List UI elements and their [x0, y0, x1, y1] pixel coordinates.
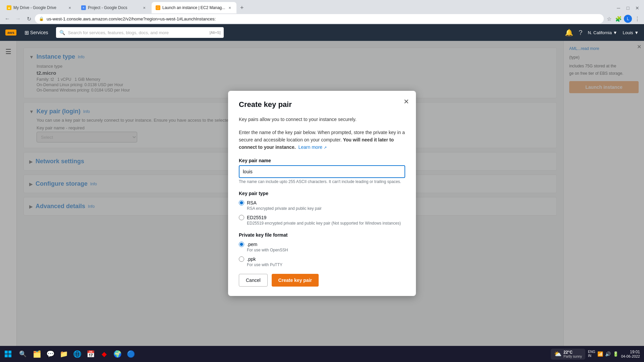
- learn-more-text: Learn more: [298, 144, 322, 150]
- svg-rect-3: [8, 354, 11, 357]
- tab-ec2[interactable]: ⬡ Launch an instance | EC2 Manag... ✕: [152, 2, 236, 13]
- address-bar-row: ← → ↻ 🔒 us-west-1.console.aws.amazon.com…: [0, 13, 644, 24]
- taskbar-search-button[interactable]: 🔍: [16, 347, 30, 361]
- address-bar[interactable]: 🔒 us-west-1.console.aws.amazon.com/ec2/v…: [35, 14, 604, 23]
- aws-logo-icon: aws: [5, 29, 16, 36]
- close-window-button[interactable]: ✕: [633, 4, 641, 12]
- modal-description-2: Enter the name of the key pair below. Wh…: [239, 129, 405, 151]
- search-shortcut: [Alt+S]: [210, 31, 221, 35]
- aws-nav: aws ⊞ Services 🔍 Search for services, fe…: [0, 24, 644, 41]
- services-button[interactable]: ⊞ Services: [22, 28, 51, 37]
- key-pair-name-field-label: Key pair name: [239, 158, 405, 163]
- ppk-desc: For use with PuTTY: [247, 262, 405, 267]
- modal-overlay: Create key pair ✕ Key pairs allow you to…: [0, 41, 644, 346]
- taskbar-teams[interactable]: 💬: [44, 348, 56, 360]
- modal-title: Create key pair: [239, 100, 405, 109]
- address-text: us-west-1.console.aws.amazon.com/ec2/v2/…: [47, 16, 600, 21]
- key-pair-type-label: Key pair type: [239, 191, 405, 196]
- help-icon[interactable]: ?: [579, 29, 582, 37]
- docs-tab-close[interactable]: ✕: [142, 5, 147, 10]
- region-selector[interactable]: N. California ▼: [588, 30, 617, 35]
- wifi-icon: 📶: [597, 351, 603, 357]
- bookmark-button[interactable]: ☆: [605, 15, 613, 23]
- ed25519-label[interactable]: ED25519: [247, 215, 266, 220]
- aws-logo[interactable]: aws: [5, 29, 16, 36]
- key-pair-name-hint: The name can include upto 255 ASCII char…: [239, 179, 405, 184]
- aws-search-bar[interactable]: 🔍 Search for services, features, blogs, …: [56, 27, 224, 38]
- pem-label[interactable]: .pem: [247, 242, 257, 247]
- ec2-favicon: ⬡: [156, 5, 160, 10]
- battery-icon: 🔋: [613, 351, 619, 357]
- extensions-button[interactable]: 🧩: [614, 15, 623, 23]
- reload-button[interactable]: ↻: [24, 14, 34, 23]
- user-menu[interactable]: Louis ▼: [623, 30, 639, 35]
- drive-favicon: ▲: [7, 5, 11, 10]
- start-button[interactable]: [0, 346, 16, 362]
- weather-info: 22°C Partly sunny: [564, 350, 582, 358]
- taskbar-edge[interactable]: 🌐: [71, 348, 83, 360]
- back-button[interactable]: ←: [3, 14, 12, 23]
- weather-icon: ⛅: [554, 350, 561, 358]
- create-key-pair-button[interactable]: Create key pair: [272, 274, 319, 287]
- modal-close-button[interactable]: ✕: [404, 98, 409, 106]
- taskbar-apps: 🗂️ 💬 📁 🌐 📅 ◆ 🌍 🔵: [31, 348, 137, 360]
- tab-bar: ▲ My Drive - Google Drive ✕ ≡ Project - …: [0, 0, 644, 13]
- taskbar-red-diamond[interactable]: ◆: [98, 348, 110, 360]
- taskbar-file-explorer[interactable]: 🗂️: [31, 348, 43, 360]
- ed25519-option: ED25519 ED25519 encrypted private and pu…: [239, 215, 405, 226]
- bell-icon[interactable]: 🔔: [565, 28, 573, 37]
- drive-tab-close[interactable]: ✕: [67, 5, 72, 10]
- taskbar-calendar[interactable]: 📅: [85, 348, 97, 360]
- key-pair-name-input[interactable]: [239, 165, 405, 178]
- weather-temp: 22°C: [564, 350, 582, 355]
- aws-nav-right: 🔔 ? N. California ▼ Louis ▼: [565, 28, 639, 37]
- docs-favicon: ≡: [81, 5, 86, 10]
- ppk-radio-row: .ppk: [239, 256, 405, 262]
- taskbar: 🔍 🗂️ 💬 📁 🌐 📅 ◆ 🌍 🔵 ⛅ 22°C Partly sunny E…: [0, 346, 644, 362]
- profile-button[interactable]: L: [624, 15, 632, 23]
- private-key-format-label: Private key file format: [239, 232, 405, 238]
- svg-rect-2: [5, 354, 8, 357]
- grid-icon: ⊞: [24, 29, 29, 36]
- main-layout: ☰ ▼ Instance type Info Instance type t2.…: [0, 41, 644, 346]
- lock-icon: 🔒: [39, 16, 44, 21]
- weather-desc: Partly sunny: [564, 355, 582, 358]
- forward-button[interactable]: →: [13, 14, 23, 23]
- rsa-label[interactable]: RSA: [247, 200, 257, 205]
- services-label: Services: [30, 30, 48, 35]
- cancel-button[interactable]: Cancel: [239, 274, 268, 287]
- rsa-desc: RSA encrypted private and public key pai…: [247, 206, 405, 211]
- taskbar-globe[interactable]: 🌍: [111, 348, 123, 360]
- taskbar-time: 19:01: [621, 350, 640, 354]
- ed25519-radio-row: ED25519: [239, 215, 405, 220]
- tab-drive[interactable]: ▲ My Drive - Google Drive ✕: [3, 2, 76, 13]
- svg-rect-1: [8, 351, 11, 354]
- windows-logo-icon: [5, 351, 11, 357]
- pem-option: .pem For use with OpenSSH: [239, 242, 405, 252]
- taskbar-folder[interactable]: 📁: [58, 348, 70, 360]
- ed25519-radio[interactable]: [239, 215, 244, 220]
- learn-more-link[interactable]: Learn more ↗: [298, 144, 326, 150]
- ec2-tab-close[interactable]: ✕: [227, 5, 232, 10]
- weather-widget[interactable]: ⛅ 22°C Partly sunny: [551, 349, 585, 360]
- taskbar-right: ⛅ 22°C Partly sunny ENG IN 📶 🔊 🔋 19:01 0…: [551, 349, 644, 360]
- taskbar-chrome[interactable]: 🔵: [125, 348, 137, 360]
- ec2-tab-title: Launch an instance | EC2 Manag...: [162, 5, 225, 10]
- rsa-radio[interactable]: [239, 200, 244, 205]
- maximize-button[interactable]: □: [624, 4, 632, 12]
- docs-tab-title: Project - Google Docs: [88, 5, 140, 10]
- search-placeholder: Search for services, features, blogs, do…: [68, 30, 207, 35]
- menu-button[interactable]: ⋮: [633, 15, 641, 23]
- ppk-label[interactable]: .ppk: [247, 256, 256, 262]
- volume-icon: 🔊: [605, 351, 611, 357]
- pem-radio[interactable]: [239, 242, 244, 247]
- rsa-radio-row: RSA: [239, 200, 405, 205]
- pem-desc: For use with OpenSSH: [247, 248, 405, 252]
- ppk-radio[interactable]: [239, 256, 244, 262]
- new-tab-button[interactable]: +: [237, 3, 247, 12]
- search-icon: 🔍: [59, 30, 65, 35]
- pem-radio-row: .pem: [239, 242, 405, 247]
- minimize-button[interactable]: ─: [614, 4, 623, 12]
- svg-rect-0: [5, 351, 8, 354]
- tab-docs[interactable]: ≡ Project - Google Docs ✕: [77, 2, 151, 13]
